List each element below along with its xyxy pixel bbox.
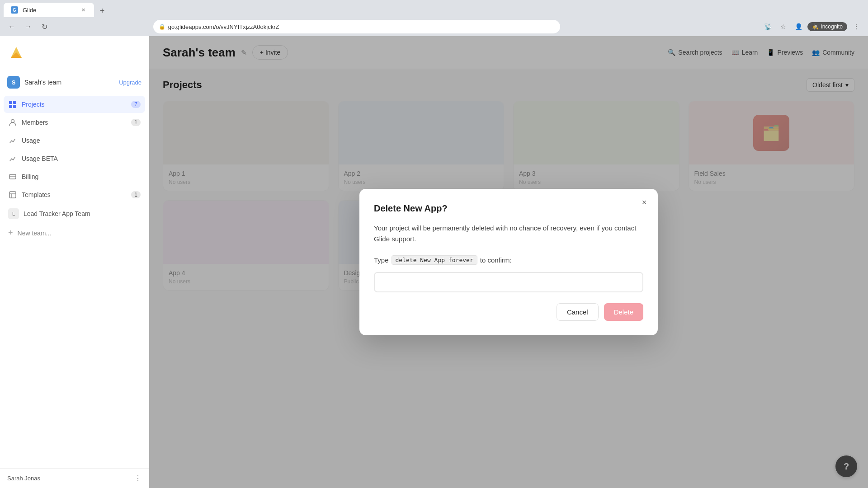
usage-beta-icon [8, 154, 17, 163]
svg-rect-3 [13, 101, 16, 104]
confirm-suffix: to confirm: [480, 256, 512, 264]
footer-menu-icon[interactable]: ⋮ [134, 474, 142, 483]
svg-rect-8 [9, 192, 16, 198]
forward-button[interactable]: → [22, 20, 34, 33]
confirm-text: Type delete New App forever to confirm: [374, 255, 643, 265]
sidebar-item-projects[interactable]: Projects 7 [4, 96, 145, 113]
tab-title: Glide [23, 7, 36, 14]
sidebar-team-name: Sarah's team [24, 79, 61, 86]
lead-tracker-icon: L [8, 208, 19, 219]
incognito-badge: 🕵 Incognito [807, 22, 847, 31]
team-avatar: S [7, 76, 20, 89]
confirm-input[interactable] [374, 272, 643, 292]
delete-button[interactable]: Delete [604, 303, 643, 321]
incognito-label: Incognito [821, 23, 843, 30]
back-button[interactable]: ← [5, 20, 18, 33]
menu-button[interactable]: ⋮ [850, 20, 863, 33]
sidebar-item-usage-beta[interactable]: Usage BETA [4, 150, 145, 167]
type-label: Type [374, 256, 389, 264]
templates-label: Templates [22, 191, 127, 198]
confirm-code-chip: delete New App forever [392, 255, 477, 265]
projects-label: Projects [22, 101, 127, 108]
sidebar-user-name: Sarah Jonas [7, 475, 40, 482]
usage-icon [8, 136, 17, 145]
sidebar-item-lead-tracker[interactable]: L Lead Tracker App Team [4, 204, 145, 223]
sidebar-item-templates[interactable]: Templates 1 [4, 186, 145, 203]
sidebar-item-billing[interactable]: Billing [4, 168, 145, 185]
svg-rect-7 [9, 174, 16, 179]
usage-beta-label: Usage BETA [22, 155, 141, 162]
bookmark-icon[interactable]: ☆ [777, 20, 789, 33]
svg-rect-2 [9, 101, 12, 104]
projects-count: 7 [131, 101, 141, 108]
lock-icon: 🔒 [159, 23, 165, 30]
incognito-icon: 🕵 [812, 23, 819, 30]
new-tab-button[interactable]: + [96, 5, 108, 17]
address-bar[interactable]: 🔒 go.glideapps.com/o/vvJNYITxjzzA0okjckr… [153, 20, 560, 33]
lead-tracker-label: Lead Tracker App Team [24, 210, 90, 217]
new-team-button[interactable]: + New team... [4, 224, 145, 242]
sidebar-footer: Sarah Jonas ⋮ [0, 468, 149, 488]
delete-modal: × Delete New App? Your project will be p… [359, 189, 658, 335]
main-content: Sarah's team ✎ + Invite 🔍 Search project… [149, 36, 868, 488]
new-team-plus-icon: + [8, 228, 13, 238]
templates-count: 1 [131, 191, 141, 198]
modal-overlay: × Delete New App? Your project will be p… [149, 36, 868, 488]
close-tab-button[interactable]: ✕ [80, 6, 87, 14]
reload-button[interactable]: ↻ [38, 20, 51, 33]
templates-icon [8, 190, 17, 199]
modal-title: Delete New App? [374, 203, 643, 214]
svg-rect-4 [9, 105, 12, 108]
billing-label: Billing [22, 173, 141, 180]
sidebar-item-usage[interactable]: Usage [4, 132, 145, 149]
members-label: Members [22, 119, 127, 126]
usage-label: Usage [22, 137, 141, 144]
browser-chrome: G Glide ✕ + ← → ↻ 🔒 go.glideapps.com/o/v… [0, 0, 868, 36]
team-info: S Sarah's team [7, 76, 61, 89]
sidebar-nav: Projects 7 Members 1 Usage [0, 94, 149, 468]
members-count: 1 [131, 119, 141, 126]
browser-tab[interactable]: G Glide ✕ [4, 3, 94, 17]
profile-icon[interactable]: 👤 [792, 20, 805, 33]
team-section: S Sarah's team Upgrade [0, 70, 149, 94]
billing-icon [8, 172, 17, 181]
cancel-button[interactable]: Cancel [557, 303, 599, 321]
upgrade-button[interactable]: Upgrade [119, 79, 142, 86]
app-logo [0, 36, 149, 70]
new-team-label: New team... [18, 230, 52, 237]
modal-actions: Cancel Delete [374, 303, 643, 321]
app-container: S Sarah's team Upgrade Projects 7 Member… [0, 36, 868, 488]
svg-rect-5 [13, 105, 16, 108]
url-text: go.glideapps.com/o/vvJNYITxjzzA0okjckrZ [168, 23, 279, 30]
projects-icon [8, 100, 17, 109]
members-icon [8, 118, 17, 127]
sidebar-item-members[interactable]: Members 1 [4, 114, 145, 131]
modal-close-button[interactable]: × [638, 196, 651, 209]
cast-icon[interactable]: 📡 [761, 20, 774, 33]
sidebar: S Sarah's team Upgrade Projects 7 Member… [0, 36, 149, 488]
modal-description: Your project will be permanently deleted… [374, 223, 643, 244]
tab-favicon: G [11, 6, 18, 14]
